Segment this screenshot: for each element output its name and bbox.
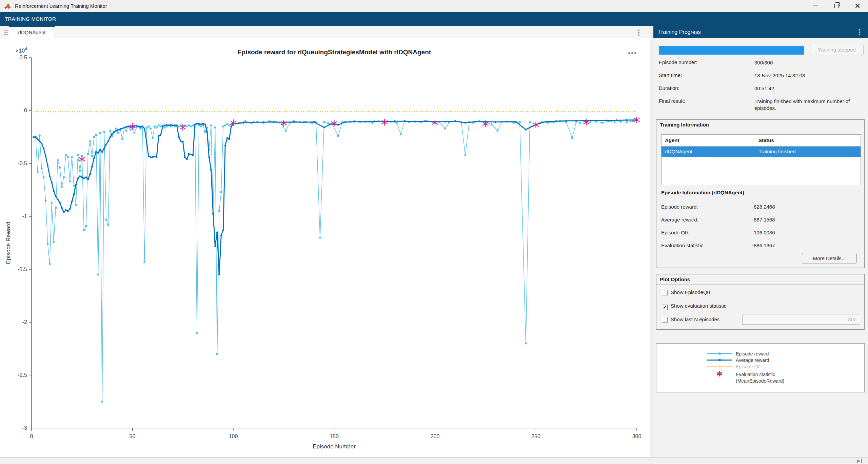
svg-text:100: 100 — [229, 433, 238, 439]
progress-fill — [659, 46, 804, 55]
show-episodeq0-checkbox[interactable] — [662, 290, 668, 295]
legend-entry-average-reward: Average reward — [707, 357, 769, 364]
legend-label: Evaluation statistic — [736, 372, 775, 377]
field-value: 00:51:42 — [754, 85, 860, 92]
legend-entry-episode-reward: Episode reward — [707, 351, 769, 357]
field-label: Average reward: — [661, 217, 752, 223]
average-reward-line-sample — [707, 360, 732, 361]
evaluation-statistic-field: Evaluation statistic:-886.1367 — [661, 243, 858, 248]
show-last-n-episodes-option[interactable]: Show last N episodes — [662, 316, 719, 324]
svg-text:-2.5: -2.5 — [18, 372, 27, 378]
field-label: Episode reward: — [661, 204, 752, 210]
column-header-agent[interactable]: Agent — [662, 135, 755, 146]
evaluation-statistic-marker-sample: ✱ — [707, 372, 732, 376]
episode-q0-field: Episode Q0:-106.0036 — [661, 230, 858, 235]
episode-reward-field: Episode reward:-828.2468 — [661, 204, 858, 210]
svg-text:300: 300 — [632, 433, 642, 439]
svg-text:Episode Number: Episode Number — [313, 443, 356, 450]
svg-text:0: 0 — [24, 108, 27, 113]
legend-entry-evaluation-statistic: ✱Evaluation statistic(MeanEpisodeReward) — [707, 371, 784, 378]
table-header-row: Agent Status — [662, 135, 861, 147]
tab-rldqnagent[interactable]: rlDQNAgent — [9, 26, 55, 38]
plot-options-box: Plot Options Show EpisodeQ0 Show evaluat… — [656, 274, 865, 330]
field-value: Training finished with maximum number of… — [754, 98, 860, 112]
training-stopped-button: Training stopped — [810, 44, 864, 56]
svg-text:-1: -1 — [22, 213, 27, 219]
document-tab-bar: rlDQNAgent — [0, 26, 650, 39]
panel-header: Training Progress — [653, 26, 868, 38]
agent-status-table: Agent Status rlDQNAgent Training finishe… — [661, 134, 861, 185]
status-bar: ▶ — [0, 457, 868, 464]
field-value: 300/300 — [754, 59, 860, 66]
legend-entry-episode-q0: Episode Q0 — [707, 364, 761, 370]
svg-text:150: 150 — [330, 433, 339, 439]
episode-information-title: Episode Information (rlDQNAgent): — [661, 190, 746, 195]
matlab-logo-icon — [4, 2, 12, 10]
show-evaluation-statistic-checkbox[interactable] — [662, 305, 668, 310]
panel-divider[interactable] — [650, 26, 653, 457]
app-window: Reinforcement Learning Training Monitor … — [0, 0, 868, 464]
training-progress-panel: Training Progress Training stopped Episo… — [653, 26, 868, 457]
field-value: 18-Nov-2025 14:32:03 — [754, 72, 860, 79]
plot-options-title: Plot Options — [656, 274, 864, 285]
window-title: Reinforcement Learning Training Monitor — [15, 0, 107, 12]
ribbon-tab-training-monitor[interactable]: TRAINING MONITOR — [5, 12, 56, 26]
training-information-box: Training Information Agent Status rlDQNA… — [656, 119, 865, 268]
panel-title: Training Progress — [658, 26, 701, 38]
legend-sublabel: (MeanEpisodeReward) — [736, 378, 784, 384]
reward-plot: 0.50-0.5-1-1.5-2-2.5-3050100150200250300… — [0, 38, 650, 457]
option-label: Show evaluation statistic — [671, 303, 726, 309]
training-progress-bar — [659, 46, 804, 55]
legend-box: Episode reward Average reward Episode Q0… — [656, 343, 865, 392]
legend-label: Average reward — [736, 357, 769, 363]
average-reward-field: Average reward:-887.1568 — [661, 217, 858, 223]
svg-text:-2: -2 — [22, 319, 27, 325]
restore-icon — [834, 4, 839, 8]
option-label: Show EpisodeQ0 — [671, 289, 710, 295]
title-bar: Reinforcement Learning Training Monitor … — [0, 0, 868, 13]
tab-list-menu-icon[interactable] — [2, 28, 9, 36]
episode-number-field: Episode number:300/300 — [659, 59, 862, 66]
field-label: Episode number: — [659, 59, 754, 65]
agent-cell: rlDQNAgent — [662, 147, 755, 157]
show-episodeq0-option[interactable]: Show EpisodeQ0 — [662, 289, 710, 297]
table-row[interactable]: rlDQNAgent Training finished — [662, 147, 861, 157]
status-cell: Training finished — [755, 147, 861, 157]
field-label: Evaluation statistic: — [661, 243, 752, 248]
minimize-button[interactable] — [805, 0, 826, 12]
svg-text:-1.5: -1.5 — [18, 266, 27, 272]
field-label: Start time: — [659, 72, 754, 78]
svg-text:0: 0 — [30, 433, 33, 439]
show-last-n-episodes-checkbox[interactable] — [662, 317, 668, 323]
tab-options-kebab-icon[interactable] — [636, 28, 642, 37]
legend-label: Episode reward — [736, 351, 769, 356]
ribbon: TRAINING MONITOR — [0, 12, 868, 26]
training-information-title: Training Information — [656, 120, 864, 130]
svg-text:-0.5: -0.5 — [18, 160, 27, 166]
close-icon: ✕ — [854, 2, 861, 11]
field-label: Duration: — [659, 85, 754, 91]
panel-options-kebab-icon[interactable] — [856, 28, 863, 36]
svg-text:50: 50 — [130, 433, 136, 439]
field-value: -828.2468 — [752, 204, 775, 210]
episode-reward-line-sample — [707, 353, 732, 354]
show-evaluation-statistic-option[interactable]: Show evaluation statistic — [662, 303, 726, 310]
field-value: -886.1367 — [752, 243, 775, 248]
svg-text:200: 200 — [431, 433, 440, 439]
close-button[interactable]: ✕ — [847, 0, 868, 12]
duration-field: Duration:00:51:42 — [659, 85, 862, 92]
svg-text:Episode Reward: Episode Reward — [5, 222, 12, 264]
restore-button[interactable] — [826, 0, 847, 12]
last-n-episodes-input — [742, 314, 860, 325]
episode-q0-line-sample — [707, 366, 732, 367]
column-header-status[interactable]: Status — [755, 135, 861, 146]
field-label: Episode Q0: — [661, 230, 752, 235]
svg-text:×104: ×104 — [16, 46, 27, 54]
step-forward-icon[interactable]: ▶ — [857, 458, 862, 463]
svg-text:0.5: 0.5 — [20, 55, 27, 60]
more-details-button[interactable]: More Details... — [802, 253, 857, 264]
svg-text:250: 250 — [531, 433, 540, 439]
svg-text:-3: -3 — [22, 425, 27, 431]
chart-panel: Episode reward for rlQueuingStrategiesMo… — [0, 38, 650, 457]
option-label: Show last N episodes — [671, 316, 719, 322]
